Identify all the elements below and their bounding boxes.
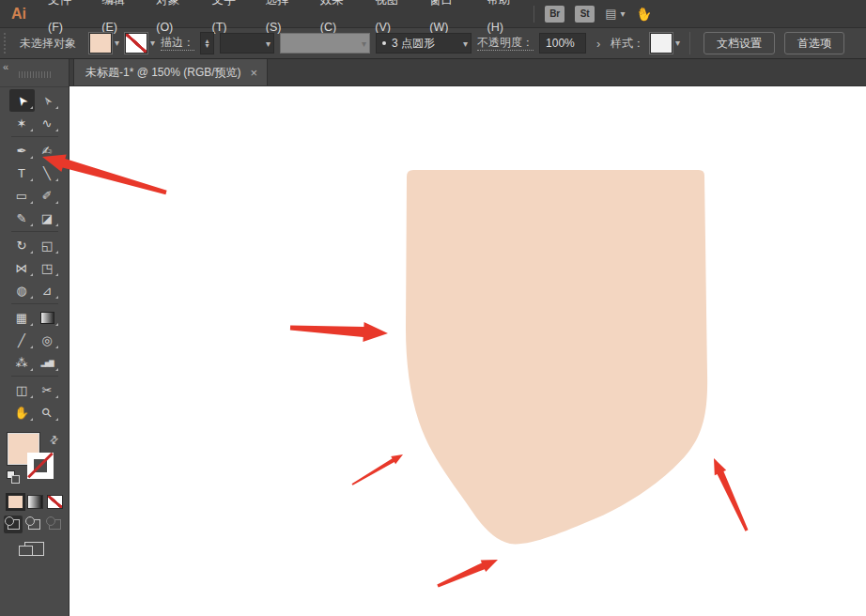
shape-builder-tool[interactable]: ◍	[9, 279, 35, 301]
line-segment-tool[interactable]: ╲	[35, 162, 60, 184]
workspace-switcher[interactable]: ▤ ▾	[605, 8, 625, 20]
screen-mode-button[interactable]	[24, 542, 44, 556]
draw-behind-button[interactable]	[24, 516, 43, 533]
tools-panel-grip[interactable]	[19, 71, 51, 78]
stock-icon[interactable]: St	[575, 6, 595, 23]
stroke-color-well[interactable]	[27, 453, 54, 479]
stroke-weight-stepper[interactable]: ▴ ▾	[200, 32, 214, 54]
artboard-tool[interactable]: ◫	[9, 378, 35, 401]
direct-selection-tool[interactable]: ➢	[35, 89, 60, 112]
stroke-color-control[interactable]: ▾	[125, 33, 155, 54]
pencil-tool-icon: ✎	[17, 212, 27, 224]
gradient-button[interactable]	[27, 495, 43, 509]
pencil-tool[interactable]: ✎	[9, 207, 35, 229]
main-area: « ➤➢✶∿✒✍T╲▭✐✎◪↻◱⋈◳◍⊿▦╱◎⁂▂▅▇◫✂✋⚲ ⇄	[0, 59, 866, 616]
symbol-sprayer-tool-icon: ⁂	[16, 357, 28, 369]
control-bar-divider	[689, 32, 690, 54]
default-fill-stroke-icon[interactable]	[7, 470, 20, 484]
touch-workspace-icon[interactable]: ✋	[634, 5, 654, 23]
width-tool[interactable]: ⋈	[9, 256, 35, 279]
opacity-value[interactable]: 100%	[539, 33, 586, 54]
document-area: 未标题-1* @ 150% (RGB/预览) ×	[70, 59, 866, 616]
opacity-panel-button[interactable]: ›	[592, 33, 605, 54]
gradient-tool-icon	[40, 312, 54, 324]
fill-swatch[interactable]	[89, 33, 112, 54]
gradient-tool[interactable]	[35, 306, 60, 329]
none-button[interactable]	[47, 495, 63, 509]
mesh-tool[interactable]: ▦	[9, 306, 35, 329]
paintbrush-tool-icon: ✐	[42, 190, 53, 202]
swap-fill-stroke-icon[interactable]: ⇄	[47, 433, 62, 448]
color-wells: ⇄	[0, 433, 69, 493]
slice-tool[interactable]: ✂	[35, 378, 60, 401]
panel-grip[interactable]	[4, 33, 10, 54]
chevron-down-icon: ▾	[206, 43, 209, 48]
selection-tool-icon: ➤	[14, 93, 30, 108]
zoom-tool[interactable]: ⚲	[35, 401, 60, 424]
lasso-tool[interactable]: ∿	[35, 112, 60, 134]
magic-wand-tool[interactable]: ✶	[9, 112, 35, 134]
chevron-down-icon: ▾	[362, 39, 366, 49]
artwork-svg	[70, 86, 866, 616]
rotate-tool[interactable]: ↻	[9, 234, 35, 256]
illustrator-window: Ai 文件(F)编辑(E)对象(O)文字(T)选择(S)效果(C)视图(V)窗口…	[0, 0, 866, 616]
eyedropper-tool-icon: ╱	[18, 334, 25, 346]
paint-style-buttons	[0, 495, 69, 509]
stroke-weight-select[interactable]: ▾	[220, 33, 274, 54]
close-tab-icon[interactable]: ×	[251, 67, 258, 79]
hand-tool[interactable]: ✋	[9, 401, 35, 424]
bridge-icon[interactable]: Br	[545, 6, 564, 23]
curvature-tool[interactable]: ✍	[35, 139, 60, 162]
selection-tool[interactable]: ➤	[9, 89, 35, 112]
zoom-tool-icon: ⚲	[39, 405, 54, 420]
type-tool[interactable]: T	[9, 162, 35, 184]
symbol-sprayer-tool[interactable]: ⁂	[9, 351, 35, 374]
scale-tool[interactable]: ◱	[35, 234, 60, 256]
brush-definition-select[interactable]: 3 点圆形 ▾	[376, 33, 472, 54]
rectangle-tool[interactable]: ▭	[9, 184, 35, 207]
canvas[interactable]	[70, 86, 866, 616]
menu-item-8[interactable]: 帮助(H)	[479, 0, 534, 41]
lasso-tool-icon: ∿	[42, 117, 53, 130]
scale-tool-icon: ◱	[41, 239, 53, 252]
rotate-tool-icon: ↻	[17, 239, 27, 252]
opacity-label[interactable]: 不透明度：	[477, 36, 534, 51]
perspective-grid-tool-icon: ⊿	[42, 285, 53, 297]
collapse-panel-icon[interactable]: «	[3, 61, 8, 72]
peach-shield-shape[interactable]	[406, 170, 707, 544]
stroke-weight-label[interactable]: 描边：	[161, 36, 194, 51]
perspective-grid-tool[interactable]: ⊿	[35, 279, 60, 301]
fill-color-control[interactable]: ▾	[89, 33, 119, 54]
magic-wand-tool-icon: ✶	[17, 117, 27, 130]
menu-bar-right: Br St ▤ ▾ ✋	[534, 6, 858, 23]
draw-behind-icon	[28, 519, 40, 530]
document-tab-title: 未标题-1* @ 150% (RGB/预览)	[85, 65, 241, 81]
free-transform-tool-icon: ◳	[41, 262, 53, 274]
eyedropper-tool[interactable]: ╱	[9, 329, 35, 351]
menu-bar: Ai 文件(F)编辑(E)对象(O)文字(T)选择(S)效果(C)视图(V)窗口…	[0, 0, 866, 28]
column-graph-tool[interactable]: ▂▅▇	[35, 351, 60, 374]
width-profile-select[interactable]: ▾	[280, 33, 370, 54]
chevron-down-icon: ▾	[621, 9, 626, 19]
style-label: 样式：	[611, 36, 644, 52]
eraser-tool[interactable]: ◪	[35, 207, 60, 229]
pen-tool[interactable]: ✒	[9, 139, 35, 162]
width-tool-icon: ⋈	[16, 262, 28, 274]
stroke-none-swatch[interactable]	[125, 33, 147, 54]
document-setup-button[interactable]: 文档设置	[704, 32, 775, 54]
draw-normal-button[interactable]	[4, 516, 23, 533]
paintbrush-tool[interactable]: ✐	[35, 184, 60, 207]
preferences-button[interactable]: 首选项	[784, 32, 844, 54]
style-swatch[interactable]	[650, 33, 673, 54]
slice-tool-icon: ✂	[42, 384, 53, 396]
color-button[interactable]	[8, 495, 23, 509]
blend-tool[interactable]: ◎	[35, 329, 60, 351]
style-select[interactable]: ▾	[650, 33, 680, 54]
free-transform-tool[interactable]: ◳	[35, 256, 60, 279]
document-tab[interactable]: 未标题-1* @ 150% (RGB/预览) ×	[73, 59, 268, 85]
menu-item-2[interactable]: 对象(O)	[147, 0, 203, 41]
draw-normal-icon	[8, 519, 20, 530]
rectangle-tool-icon: ▭	[16, 190, 27, 202]
eraser-tool-icon: ◪	[41, 212, 53, 224]
draw-inside-button[interactable]	[46, 516, 65, 533]
